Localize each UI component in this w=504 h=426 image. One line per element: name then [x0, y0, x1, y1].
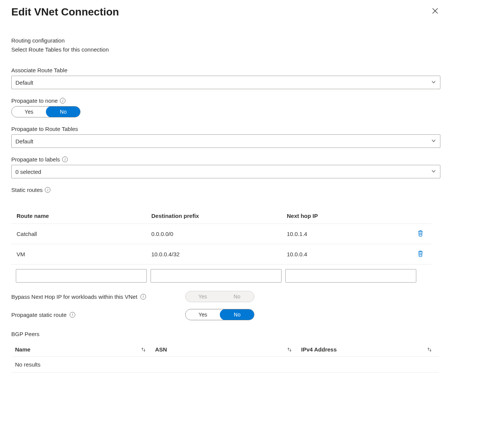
bgp-col-ip[interactable]: IPv4 Address: [297, 342, 437, 356]
col-actions: [411, 211, 428, 221]
propagate-to-labels-label: Propagate to labels: [11, 156, 60, 163]
info-icon[interactable]: i: [62, 157, 68, 162]
lead-line-2: Select Route Tables for this connection: [11, 45, 493, 54]
propagate-to-route-tables-label: Propagate to Route Tables: [11, 126, 78, 132]
table-row: VM 10.0.0.4/32 10.0.0.4: [11, 244, 431, 265]
page-title: Edit VNet Connection: [11, 6, 119, 18]
propagate-to-labels-value: 0 selected: [15, 169, 41, 175]
bgp-peers-title: BGP Peers: [11, 331, 493, 337]
info-icon[interactable]: i: [60, 98, 65, 103]
info-icon[interactable]: i: [70, 312, 75, 318]
bgp-col-ip-label: IPv4 Address: [301, 346, 337, 353]
delete-route-button[interactable]: [416, 228, 425, 239]
route-hop-cell: 10.0.0.4: [282, 246, 411, 262]
chevron-down-icon: [431, 79, 436, 86]
route-dest-cell: 10.0.0.4/32: [146, 246, 282, 262]
toggle-no[interactable]: No: [220, 309, 254, 320]
new-route-input-row: [11, 269, 431, 283]
trash-icon: [417, 253, 424, 258]
info-icon[interactable]: i: [140, 294, 146, 300]
toggle-no[interactable]: No: [46, 106, 81, 117]
propagate-static-route-toggle[interactable]: Yes No: [185, 309, 254, 320]
propagate-to-route-tables-field: Propagate to Route Tables Default: [11, 126, 493, 148]
propagate-to-none-field: Propagate to none i Yes No: [11, 97, 493, 117]
associate-route-table-dropdown[interactable]: Default: [11, 76, 440, 89]
associate-route-table-field: Associate Route Table Default: [11, 67, 493, 89]
associate-route-table-value: Default: [15, 79, 33, 86]
bgp-empty-row: No results: [11, 357, 439, 373]
section-lead: Routing configuration Select Route Table…: [11, 36, 493, 54]
propagate-to-labels-dropdown[interactable]: 0 selected: [11, 165, 440, 178]
delete-route-button[interactable]: [416, 249, 425, 260]
route-dest-cell: 0.0.0.0/0: [146, 226, 282, 242]
sort-icon: [287, 347, 294, 352]
chevron-down-icon: [431, 138, 436, 145]
bgp-col-asn-label: ASN: [155, 346, 167, 353]
toggle-yes[interactable]: Yes: [12, 106, 46, 117]
toggle-yes[interactable]: Yes: [186, 309, 220, 320]
propagate-to-route-tables-value: Default: [15, 138, 33, 145]
propagate-to-none-label: Propagate to none: [11, 97, 58, 104]
bypass-next-hop-toggle: Yes No: [185, 291, 254, 302]
bgp-col-asn[interactable]: ASN: [151, 342, 297, 356]
propagate-to-labels-field: Propagate to labels i 0 selected: [11, 156, 493, 178]
new-route-hop-input[interactable]: [285, 269, 416, 283]
propagate-to-none-toggle[interactable]: Yes No: [11, 106, 81, 117]
col-next-hop-ip: Next hop IP: [282, 208, 411, 224]
bgp-col-name[interactable]: Name: [11, 342, 151, 356]
panel-header: Edit VNet Connection: [11, 6, 493, 18]
bgp-peers-table: Name ASN IPv4 Address: [11, 342, 439, 373]
info-icon[interactable]: i: [45, 187, 50, 193]
associate-route-table-label: Associate Route Table: [11, 67, 67, 73]
bypass-next-hop-row: Bypass Next Hop IP for workloads within …: [11, 291, 493, 302]
col-route-name: Route name: [11, 208, 146, 224]
bgp-col-name-label: Name: [15, 346, 30, 353]
static-routes-field: Static routes i Route name Destination p…: [11, 187, 493, 283]
route-name-cell: VM: [11, 246, 146, 262]
close-icon: [432, 8, 439, 16]
new-route-name-input[interactable]: [16, 269, 147, 283]
route-name-cell: Catchall: [11, 226, 146, 242]
trash-icon: [417, 232, 424, 238]
static-routes-label: Static routes: [11, 187, 43, 193]
bgp-header-row: Name ASN IPv4 Address: [11, 342, 439, 357]
route-hop-cell: 10.0.1.4: [282, 226, 411, 242]
toggle-yes: Yes: [186, 291, 220, 302]
sort-icon: [427, 347, 434, 352]
bypass-next-hop-label: Bypass Next Hop IP for workloads within …: [11, 294, 137, 300]
close-button[interactable]: [430, 6, 440, 17]
propagate-to-route-tables-dropdown[interactable]: Default: [11, 134, 440, 148]
table-row: Catchall 0.0.0.0/0 10.0.1.4: [11, 224, 431, 244]
propagate-static-route-label: Propagate static route: [11, 312, 67, 318]
edit-vnet-connection-panel: Edit VNet Connection Routing configurati…: [0, 0, 504, 388]
static-routes-table: Route name Destination prefix Next hop I…: [11, 208, 431, 283]
chevron-down-icon: [431, 169, 436, 175]
new-route-dest-input[interactable]: [151, 269, 282, 283]
bgp-empty-text: No results: [11, 357, 439, 372]
sort-icon: [141, 347, 148, 352]
static-routes-header-row: Route name Destination prefix Next hop I…: [11, 208, 431, 224]
lead-line-1: Routing configuration: [11, 36, 493, 45]
col-destination-prefix: Destination prefix: [146, 208, 282, 224]
propagate-static-route-row: Propagate static route i Yes No: [11, 309, 493, 320]
toggle-no: No: [220, 291, 254, 302]
